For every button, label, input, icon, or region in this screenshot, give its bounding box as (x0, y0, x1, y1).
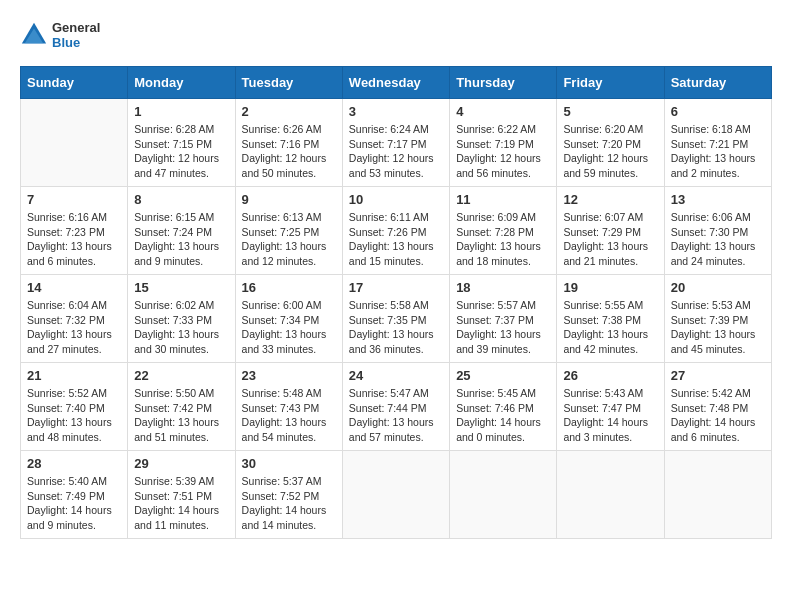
day-number: 12 (563, 192, 657, 207)
sunset: Sunset: 7:43 PM (242, 402, 320, 414)
day-info: Sunrise: 6:15 AM Sunset: 7:24 PM Dayligh… (134, 210, 228, 269)
sunset: Sunset: 7:23 PM (27, 226, 105, 238)
logo-icon (20, 21, 48, 49)
day-number: 1 (134, 104, 228, 119)
sunset: Sunset: 7:24 PM (134, 226, 212, 238)
day-number: 10 (349, 192, 443, 207)
day-info: Sunrise: 5:42 AM Sunset: 7:48 PM Dayligh… (671, 386, 765, 445)
daylight: Daylight: 13 hours and 9 minutes. (134, 240, 219, 267)
sunrise: Sunrise: 5:37 AM (242, 475, 322, 487)
daylight: Daylight: 14 hours and 9 minutes. (27, 504, 112, 531)
daylight: Daylight: 13 hours and 12 minutes. (242, 240, 327, 267)
sunset: Sunset: 7:42 PM (134, 402, 212, 414)
day-number: 7 (27, 192, 121, 207)
day-info: Sunrise: 6:11 AM Sunset: 7:26 PM Dayligh… (349, 210, 443, 269)
daylight: Daylight: 14 hours and 14 minutes. (242, 504, 327, 531)
calendar-cell (450, 451, 557, 539)
daylight: Daylight: 12 hours and 53 minutes. (349, 152, 434, 179)
calendar-cell: 2 Sunrise: 6:26 AM Sunset: 7:16 PM Dayli… (235, 99, 342, 187)
day-number: 30 (242, 456, 336, 471)
sunrise: Sunrise: 5:48 AM (242, 387, 322, 399)
calendar-cell: 19 Sunrise: 5:55 AM Sunset: 7:38 PM Dayl… (557, 275, 664, 363)
day-info: Sunrise: 5:39 AM Sunset: 7:51 PM Dayligh… (134, 474, 228, 533)
daylight: Daylight: 13 hours and 6 minutes. (27, 240, 112, 267)
day-number: 2 (242, 104, 336, 119)
logo-text: General Blue (52, 20, 100, 50)
week-row-5: 28 Sunrise: 5:40 AM Sunset: 7:49 PM Dayl… (21, 451, 772, 539)
sunset: Sunset: 7:37 PM (456, 314, 534, 326)
calendar-cell: 20 Sunrise: 5:53 AM Sunset: 7:39 PM Dayl… (664, 275, 771, 363)
daylight: Daylight: 13 hours and 54 minutes. (242, 416, 327, 443)
calendar-cell: 29 Sunrise: 5:39 AM Sunset: 7:51 PM Dayl… (128, 451, 235, 539)
sunrise: Sunrise: 5:39 AM (134, 475, 214, 487)
day-number: 5 (563, 104, 657, 119)
daylight: Daylight: 14 hours and 0 minutes. (456, 416, 541, 443)
weekday-header-monday: Monday (128, 67, 235, 99)
daylight: Daylight: 13 hours and 51 minutes. (134, 416, 219, 443)
calendar-table: SundayMondayTuesdayWednesdayThursdayFrid… (20, 66, 772, 539)
sunrise: Sunrise: 6:07 AM (563, 211, 643, 223)
daylight: Daylight: 13 hours and 33 minutes. (242, 328, 327, 355)
sunrise: Sunrise: 6:18 AM (671, 123, 751, 135)
sunset: Sunset: 7:38 PM (563, 314, 641, 326)
calendar-cell: 15 Sunrise: 6:02 AM Sunset: 7:33 PM Dayl… (128, 275, 235, 363)
day-number: 26 (563, 368, 657, 383)
calendar-cell: 17 Sunrise: 5:58 AM Sunset: 7:35 PM Dayl… (342, 275, 449, 363)
day-info: Sunrise: 5:40 AM Sunset: 7:49 PM Dayligh… (27, 474, 121, 533)
sunset: Sunset: 7:52 PM (242, 490, 320, 502)
page-header: General Blue (20, 20, 772, 50)
day-number: 4 (456, 104, 550, 119)
sunset: Sunset: 7:16 PM (242, 138, 320, 150)
daylight: Daylight: 13 hours and 15 minutes. (349, 240, 434, 267)
daylight: Daylight: 12 hours and 56 minutes. (456, 152, 541, 179)
day-info: Sunrise: 5:45 AM Sunset: 7:46 PM Dayligh… (456, 386, 550, 445)
calendar-cell: 25 Sunrise: 5:45 AM Sunset: 7:46 PM Dayl… (450, 363, 557, 451)
logo-blue: Blue (52, 35, 80, 50)
sunset: Sunset: 7:33 PM (134, 314, 212, 326)
sunset: Sunset: 7:21 PM (671, 138, 749, 150)
sunrise: Sunrise: 6:28 AM (134, 123, 214, 135)
sunrise: Sunrise: 6:16 AM (27, 211, 107, 223)
day-number: 16 (242, 280, 336, 295)
week-row-2: 7 Sunrise: 6:16 AM Sunset: 7:23 PM Dayli… (21, 187, 772, 275)
week-row-4: 21 Sunrise: 5:52 AM Sunset: 7:40 PM Dayl… (21, 363, 772, 451)
calendar-cell (557, 451, 664, 539)
sunrise: Sunrise: 6:11 AM (349, 211, 429, 223)
daylight: Daylight: 13 hours and 57 minutes. (349, 416, 434, 443)
calendar-cell: 27 Sunrise: 5:42 AM Sunset: 7:48 PM Dayl… (664, 363, 771, 451)
sunset: Sunset: 7:26 PM (349, 226, 427, 238)
sunset: Sunset: 7:47 PM (563, 402, 641, 414)
day-number: 8 (134, 192, 228, 207)
sunrise: Sunrise: 5:43 AM (563, 387, 643, 399)
daylight: Daylight: 12 hours and 47 minutes. (134, 152, 219, 179)
day-number: 9 (242, 192, 336, 207)
day-number: 6 (671, 104, 765, 119)
day-number: 17 (349, 280, 443, 295)
week-row-1: 1 Sunrise: 6:28 AM Sunset: 7:15 PM Dayli… (21, 99, 772, 187)
day-info: Sunrise: 5:43 AM Sunset: 7:47 PM Dayligh… (563, 386, 657, 445)
sunset: Sunset: 7:30 PM (671, 226, 749, 238)
sunset: Sunset: 7:48 PM (671, 402, 749, 414)
calendar-cell: 18 Sunrise: 5:57 AM Sunset: 7:37 PM Dayl… (450, 275, 557, 363)
daylight: Daylight: 13 hours and 45 minutes. (671, 328, 756, 355)
daylight: Daylight: 13 hours and 27 minutes. (27, 328, 112, 355)
sunrise: Sunrise: 5:58 AM (349, 299, 429, 311)
day-info: Sunrise: 6:24 AM Sunset: 7:17 PM Dayligh… (349, 122, 443, 181)
day-info: Sunrise: 6:16 AM Sunset: 7:23 PM Dayligh… (27, 210, 121, 269)
calendar-cell: 9 Sunrise: 6:13 AM Sunset: 7:25 PM Dayli… (235, 187, 342, 275)
day-info: Sunrise: 5:37 AM Sunset: 7:52 PM Dayligh… (242, 474, 336, 533)
calendar-cell: 14 Sunrise: 6:04 AM Sunset: 7:32 PM Dayl… (21, 275, 128, 363)
weekday-header-wednesday: Wednesday (342, 67, 449, 99)
sunrise: Sunrise: 5:45 AM (456, 387, 536, 399)
day-info: Sunrise: 5:53 AM Sunset: 7:39 PM Dayligh… (671, 298, 765, 357)
calendar-cell: 16 Sunrise: 6:00 AM Sunset: 7:34 PM Dayl… (235, 275, 342, 363)
day-info: Sunrise: 5:52 AM Sunset: 7:40 PM Dayligh… (27, 386, 121, 445)
weekday-header-row: SundayMondayTuesdayWednesdayThursdayFrid… (21, 67, 772, 99)
weekday-header-friday: Friday (557, 67, 664, 99)
day-number: 21 (27, 368, 121, 383)
calendar-cell: 30 Sunrise: 5:37 AM Sunset: 7:52 PM Dayl… (235, 451, 342, 539)
sunrise: Sunrise: 6:09 AM (456, 211, 536, 223)
sunset: Sunset: 7:34 PM (242, 314, 320, 326)
sunrise: Sunrise: 6:02 AM (134, 299, 214, 311)
sunset: Sunset: 7:51 PM (134, 490, 212, 502)
